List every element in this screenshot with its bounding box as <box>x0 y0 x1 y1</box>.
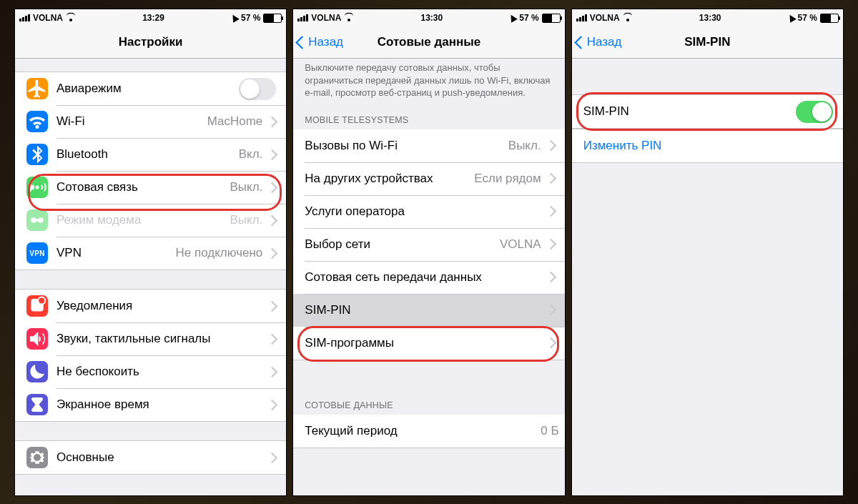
chevron-left-icon <box>296 36 309 49</box>
carrier: VOLNA <box>311 13 341 23</box>
signal-icon <box>576 14 587 21</box>
row-label: Сотовая сеть передачи данных <box>305 270 546 285</box>
row-label: Выбор сети <box>305 237 500 252</box>
nav-bar: Настройки <box>15 26 286 59</box>
screen-sim-pin: VOLNA 13:30 57 % Назад SIM-PIN SIM-PIN И… <box>571 9 844 496</box>
back-label: Назад <box>587 35 622 49</box>
row-label: На других устройствах <box>305 172 474 186</box>
nav-bar: Назад Сотовые данные <box>293 26 564 59</box>
row-sim-pin-toggle[interactable]: SIM-PIN <box>572 94 843 129</box>
row-label: Вызовы по Wi-Fi <box>305 139 508 153</box>
airplane-toggle[interactable] <box>239 78 276 100</box>
row-network-selection[interactable]: Выбор сети VOLNA <box>293 228 564 261</box>
carrier: VOLNA <box>33 13 63 23</box>
wifi-settings-icon <box>26 111 48 132</box>
row-screentime[interactable]: Экранное время <box>15 388 286 422</box>
row-label: Изменить PIN <box>583 139 843 153</box>
chevron-right-icon <box>267 247 278 259</box>
chevron-right-icon <box>545 272 556 283</box>
clock: 13:29 <box>142 13 164 23</box>
status-bar: VOLNA 13:30 57 % <box>572 9 843 26</box>
location-icon <box>508 13 518 23</box>
battery-pct: 57 % <box>798 13 817 23</box>
row-value: Выкл. <box>230 213 262 227</box>
chevron-right-icon <box>267 452 278 463</box>
battery-pct: 57 % <box>241 13 260 23</box>
row-value: Если рядом <box>474 172 541 186</box>
row-change-pin[interactable]: Изменить PIN <box>572 129 843 163</box>
row-sim-pin[interactable]: SIM-PIN <box>293 294 564 327</box>
row-label: Текущий период <box>305 424 541 438</box>
row-bluetooth[interactable]: Bluetooth Вкл. <box>15 138 286 171</box>
row-sounds[interactable]: Звуки, тактильные сигналы <box>15 322 286 355</box>
row-value: 0 Б <box>541 424 558 438</box>
row-dnd[interactable]: Не беспокоить <box>15 355 286 388</box>
signal-icon <box>297 14 308 21</box>
airplane-icon <box>26 78 48 99</box>
bluetooth-icon <box>26 144 48 165</box>
row-label: Услуги оператора <box>305 204 546 219</box>
screentime-icon <box>26 394 48 415</box>
battery-icon <box>820 14 839 23</box>
back-label: Назад <box>308 35 343 49</box>
row-label: Не беспокоить <box>56 365 268 379</box>
row-carrier-services[interactable]: Услуги оператора <box>293 195 564 228</box>
section-footer: Выключите передачу сотовых данных, чтобы… <box>293 59 564 105</box>
row-label: SIM-PIN <box>305 303 546 317</box>
row-vpn[interactable]: VPN VPN Не подключено <box>15 237 286 270</box>
chevron-right-icon <box>545 337 556 349</box>
row-cellular-data-network[interactable]: Сотовая сеть передачи данных <box>293 261 564 294</box>
battery-icon <box>542 14 561 23</box>
row-notifications[interactable]: Уведомления <box>15 289 286 322</box>
chevron-right-icon <box>545 239 556 250</box>
gear-icon <box>26 447 48 468</box>
row-label: Wi-Fi <box>56 114 207 129</box>
chevron-right-icon <box>545 206 556 217</box>
row-value: MacHome <box>207 114 262 129</box>
wifi-icon <box>344 14 354 21</box>
row-label: Основные <box>56 450 268 465</box>
chevron-right-icon <box>267 399 278 410</box>
chevron-left-icon <box>574 36 587 49</box>
row-label: Bluetooth <box>56 147 239 162</box>
chevron-right-icon <box>545 305 556 316</box>
chevron-right-icon <box>267 333 278 345</box>
nav-title: Настройки <box>119 35 183 49</box>
status-bar: VOLNA 13:30 57 % <box>293 9 564 26</box>
row-general[interactable]: Основные <box>15 440 286 475</box>
hotspot-icon <box>26 209 48 231</box>
nav-title: Сотовые данные <box>378 35 481 49</box>
carrier: VOLNA <box>590 13 620 23</box>
sim-pin-toggle[interactable] <box>796 101 833 123</box>
nav-bar: Назад SIM-PIN <box>572 26 843 59</box>
clock: 13:30 <box>420 13 443 23</box>
row-label: SIM-PIN <box>583 104 796 119</box>
vpn-icon: VPN <box>26 242 48 264</box>
row-label: Режим модема <box>56 213 230 227</box>
row-hotspot[interactable]: Режим модема Выкл. <box>15 204 286 237</box>
row-wifi[interactable]: Wi-Fi MacHome <box>15 105 286 138</box>
row-other-devices[interactable]: На других устройствах Если рядом <box>293 162 564 195</box>
section-header: MOBILE TELESYSTEMS <box>293 115 564 129</box>
row-label: Экранное время <box>56 397 268 412</box>
back-button[interactable]: Назад <box>297 35 343 49</box>
row-wifi-calling[interactable]: Вызовы по Wi-Fi Выкл. <box>293 129 564 162</box>
back-button[interactable]: Назад <box>576 35 622 49</box>
section-header: СОТОВЫЕ ДАННЫЕ <box>293 400 564 415</box>
nav-title: SIM-PIN <box>684 35 730 49</box>
row-value: Вкл. <box>239 147 263 162</box>
screen-settings: VOLNA 13:29 57 % Настройки Авиарежим Wi-… <box>14 9 287 496</box>
row-value: Выкл. <box>230 180 262 194</box>
svg-point-4 <box>38 297 45 305</box>
row-current-period[interactable]: Текущий период 0 Б <box>293 415 564 448</box>
row-sim-apps[interactable]: SIM-программы <box>293 327 564 360</box>
chevron-right-icon <box>267 300 278 312</box>
row-cellular[interactable]: Сотовая связь Выкл. <box>15 171 286 204</box>
row-label: SIM-программы <box>305 336 546 350</box>
screen-cellular-data: VOLNA 13:30 57 % Назад Сотовые данные Вы… <box>292 9 565 496</box>
row-label: Авиарежим <box>56 81 239 96</box>
row-value: Выкл. <box>508 139 541 153</box>
dnd-icon <box>26 361 48 382</box>
row-airplane-mode[interactable]: Авиарежим <box>15 71 286 105</box>
signal-icon <box>19 14 30 21</box>
